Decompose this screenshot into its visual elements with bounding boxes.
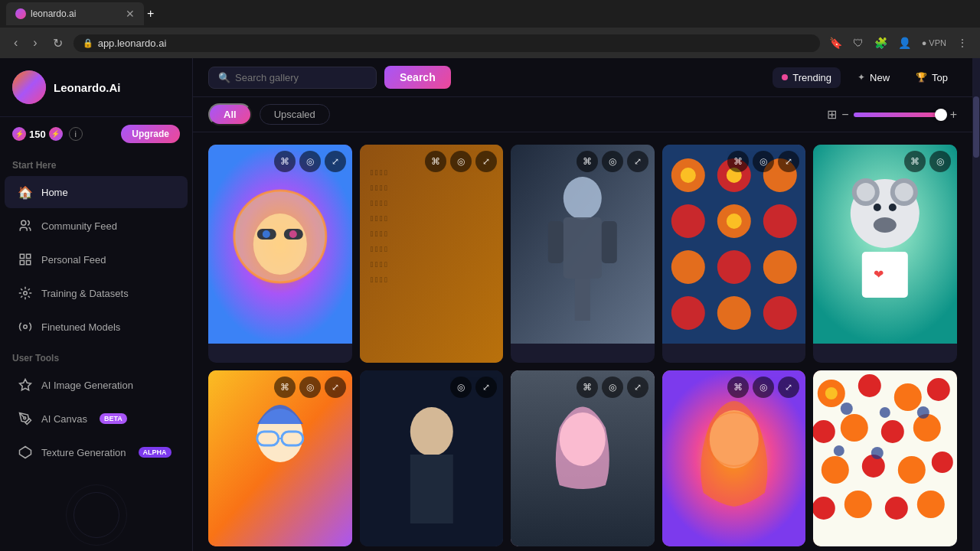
new-filter[interactable]: ✦ New bbox=[848, 67, 899, 88]
gallery-item-lion[interactable]: ⌘ ◎ ⤢ bbox=[208, 145, 352, 363]
ai-canvas-icon bbox=[17, 410, 34, 427]
copy-btn-f1[interactable]: ◎ bbox=[753, 151, 774, 172]
sidebar-item-training[interactable]: Training & Datasets bbox=[5, 277, 188, 309]
trending-label: Trending bbox=[792, 72, 831, 83]
expand-btn-warrior[interactable]: ⤢ bbox=[627, 151, 648, 172]
item-overlay-flowers1: ⌘ ◎ ⤢ bbox=[662, 145, 806, 178]
expand-btn-lion[interactable]: ⤢ bbox=[325, 151, 346, 172]
remix-btn-f1[interactable]: ⌘ bbox=[727, 151, 749, 172]
search-input[interactable] bbox=[235, 72, 367, 83]
gallery-item-flowers2[interactable] bbox=[813, 370, 957, 546]
tab-close-icon[interactable]: ✕ bbox=[126, 8, 135, 20]
remix-btn-anime[interactable]: ⌘ bbox=[274, 377, 296, 398]
top-label: Top bbox=[932, 72, 948, 83]
gallery-item-dark-warrior[interactable]: ◎ ⤢ bbox=[360, 370, 504, 546]
sidebar-item-texture[interactable]: Texture Generation ALPHA bbox=[5, 436, 188, 468]
gallery-item-warrior[interactable]: ⌘ ◎ ⤢ bbox=[511, 145, 655, 363]
tab-favicon bbox=[15, 8, 26, 19]
scrollbar[interactable] bbox=[972, 58, 980, 551]
reload-button[interactable]: ↻ bbox=[48, 33, 67, 54]
gallery-item-colorful-girl[interactable]: ⌘ ◎ ⤢ bbox=[662, 370, 806, 546]
copy-btn-warrior[interactable]: ◎ bbox=[602, 151, 623, 172]
remix-btn-colorful[interactable]: ⌘ bbox=[727, 377, 749, 398]
copy-btn-colorful[interactable]: ◎ bbox=[753, 377, 774, 398]
svg-point-42 bbox=[763, 204, 797, 238]
svg-rect-32 bbox=[602, 221, 617, 263]
expand-btn-pink[interactable]: ⤢ bbox=[627, 377, 648, 398]
sidebar-item-personal-feed[interactable]: Personal Feed bbox=[5, 243, 188, 276]
app-logo-text: Leonardo.Ai bbox=[54, 81, 121, 94]
expand-btn-f1[interactable]: ⤢ bbox=[778, 151, 799, 172]
gallery-item-pink-hair[interactable]: ⌘ ◎ ⤢ bbox=[511, 370, 655, 546]
svg-point-90 bbox=[917, 491, 945, 518]
remix-btn-pink[interactable]: ⌘ bbox=[577, 377, 598, 398]
address-bar[interactable]: 🔒 app.leonardo.ai bbox=[74, 34, 820, 52]
sidebar: Leonardo.Ai ⚡ 150 ⚡ i Upgrade Start Here… bbox=[0, 58, 193, 551]
item-overlay-f2 bbox=[813, 370, 957, 383]
extension-icon[interactable]: 🧩 bbox=[871, 34, 890, 52]
search-box[interactable]: 🔍 bbox=[208, 67, 377, 89]
expand-btn-hier[interactable]: ⤢ bbox=[475, 151, 497, 172]
upgrade-button[interactable]: Upgrade bbox=[121, 125, 180, 143]
profile-icon[interactable]: 👤 bbox=[895, 34, 914, 52]
search-button[interactable]: Search bbox=[384, 66, 451, 89]
sidebar-item-finetuned[interactable]: Finetuned Models bbox=[5, 311, 188, 343]
svg-point-8 bbox=[24, 417, 26, 419]
svg-point-86 bbox=[932, 452, 953, 473]
zoom-slider[interactable] bbox=[854, 112, 946, 117]
back-button[interactable]: ‹ bbox=[9, 33, 22, 53]
expand-btn-colorful[interactable]: ⤢ bbox=[778, 377, 799, 398]
remix-btn-lion[interactable]: ⌘ bbox=[274, 151, 296, 172]
svg-point-16 bbox=[289, 230, 297, 238]
scroll-thumb[interactable] bbox=[973, 96, 979, 158]
copy-btn-pink[interactable]: ◎ bbox=[602, 377, 623, 398]
copy-btn-anime[interactable]: ◎ bbox=[299, 377, 321, 398]
item-overlay-lion: ⌘ ◎ ⤢ bbox=[208, 145, 352, 178]
sidebar-header: Leonardo.Ai bbox=[0, 58, 192, 117]
new-tab-button[interactable]: + bbox=[147, 7, 154, 21]
expand-btn-anime[interactable]: ⤢ bbox=[325, 377, 346, 398]
all-filter-pill[interactable]: All bbox=[208, 103, 252, 126]
browser-chrome: leonardo.ai ✕ + ‹ › ↻ 🔒 app.leonardo.ai … bbox=[0, 0, 980, 58]
sidebar-item-ai-image[interactable]: AI Image Generation bbox=[5, 369, 188, 401]
remix-btn-hier[interactable]: ⌘ bbox=[425, 151, 446, 172]
grid-view-icon[interactable]: ⊞ bbox=[827, 107, 837, 122]
gallery-item-koala[interactable]: ❤ ⌘ ◎ bbox=[813, 145, 957, 363]
expand-btn-dark[interactable]: ⤢ bbox=[475, 377, 497, 398]
sidebar-item-home[interactable]: 🏠 Home bbox=[5, 176, 188, 208]
svg-point-80 bbox=[841, 414, 868, 442]
info-button[interactable]: i bbox=[69, 127, 83, 141]
svg-point-53 bbox=[857, 183, 875, 201]
copy-btn-dark[interactable]: ◎ bbox=[450, 377, 472, 398]
gallery-item-hieroglyphs[interactable]: 𓀀 𓀁 𓀂 𓀃 𓁀 𓁁 𓁂 𓁃 𓂀 𓂁 𓂧 𓂨 𓃀 𓃁 𓃒 𓃓 𓄀 𓄁 𓄂 𓄃 … bbox=[360, 145, 504, 363]
upscaled-filter-pill[interactable]: Upscaled bbox=[260, 104, 330, 125]
remix-btn-koala[interactable]: ⌘ bbox=[904, 151, 926, 172]
trending-filter[interactable]: Trending bbox=[773, 67, 841, 88]
top-filter[interactable]: 🏆 Top bbox=[906, 67, 957, 88]
svg-point-94 bbox=[834, 445, 844, 456]
bookmark-icon[interactable]: 🔖 bbox=[826, 34, 845, 52]
vpn-label[interactable]: ● VPN bbox=[919, 35, 949, 51]
zoom-in-icon[interactable]: + bbox=[950, 108, 957, 122]
svg-point-95 bbox=[871, 447, 884, 459]
svg-point-85 bbox=[898, 456, 926, 484]
active-tab[interactable]: leonardo.ai ✕ bbox=[6, 2, 144, 25]
home-label: Home bbox=[41, 187, 68, 198]
svg-text:❤: ❤ bbox=[874, 268, 884, 281]
menu-icon[interactable]: ⋮ bbox=[954, 34, 971, 52]
copy-btn-koala[interactable]: ◎ bbox=[929, 151, 951, 172]
svg-point-75 bbox=[825, 387, 838, 399]
gallery-item-flowers1[interactable]: ⌘ ◎ ⤢ bbox=[662, 145, 806, 363]
sidebar-item-ai-canvas[interactable]: AI Canvas BETA bbox=[5, 403, 188, 435]
svg-point-66 bbox=[410, 407, 452, 456]
copy-btn-hier[interactable]: ◎ bbox=[450, 151, 472, 172]
shield-icon[interactable]: 🛡 bbox=[850, 34, 867, 52]
svg-rect-31 bbox=[548, 221, 564, 263]
zoom-out-icon[interactable]: − bbox=[841, 108, 848, 122]
copy-btn-lion[interactable]: ◎ bbox=[299, 151, 321, 172]
svg-point-87 bbox=[813, 497, 835, 520]
sidebar-item-community-feed[interactable]: Community Feed bbox=[5, 210, 188, 242]
forward-button[interactable]: › bbox=[28, 33, 41, 53]
remix-btn-warrior[interactable]: ⌘ bbox=[577, 151, 598, 172]
gallery-item-anime-girl[interactable]: ⌘ ◎ ⤢ bbox=[208, 370, 352, 546]
